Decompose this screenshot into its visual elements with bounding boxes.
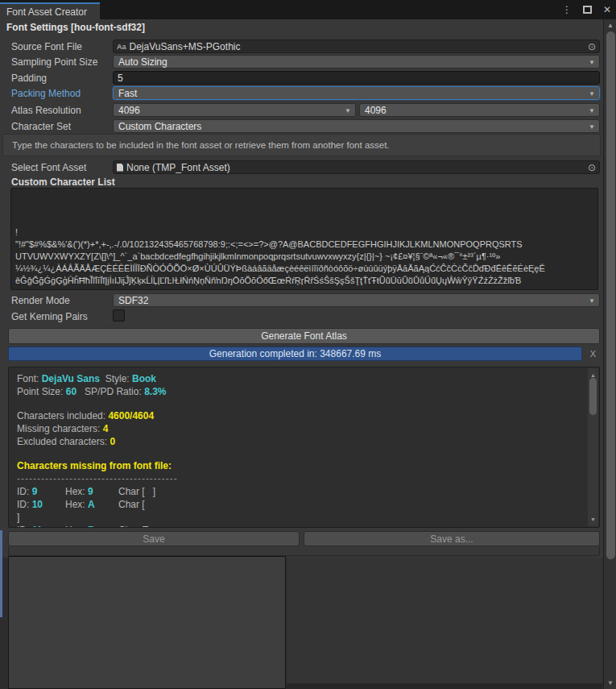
progress-close-button[interactable]: X <box>586 347 600 361</box>
id-value: 10 <box>32 499 43 510</box>
id-label: ID: <box>17 499 29 510</box>
source-font-file-value: DejaVuSans+MS-PGothic <box>130 41 241 52</box>
atlas-preview-panel <box>8 556 286 689</box>
padding-input[interactable]: 5 <box>113 71 600 85</box>
window-controls: ⋮ ✕ <box>562 0 611 19</box>
window-scrollbar[interactable]: ▲ ▼ <box>603 19 616 689</box>
custom-character-list-label: Custom Character List <box>11 176 115 188</box>
id-label: ID: <box>17 486 29 497</box>
style-label: Style: <box>105 373 130 384</box>
source-font-file-label: Source Font File <box>11 41 82 52</box>
chevron-down-icon: ▼ <box>589 123 595 131</box>
font-value: DejaVu Sans <box>42 373 100 384</box>
chevron-down-icon: ▼ <box>589 297 595 305</box>
atlas-width-dropdown[interactable]: 4096 ▼ <box>113 103 356 117</box>
char-label: Char <box>118 499 139 510</box>
close-icon[interactable]: ✕ <box>603 4 611 15</box>
atlas-height-value: 4096 <box>365 105 387 116</box>
style-value: Book <box>132 373 156 384</box>
char-label: Char <box>118 525 139 528</box>
window-scrollbar-thumb[interactable] <box>606 31 615 559</box>
results-scrollbar-thumb[interactable] <box>589 378 597 415</box>
select-font-asset-value: None (TMP_Font Asset) <box>126 162 230 173</box>
id-value: 9 <box>32 486 38 497</box>
help-text: Type the characters to be included in th… <box>12 140 390 150</box>
object-picker-icon[interactable]: ⊙ <box>588 41 596 52</box>
generation-results-panel: Font: DejaVu Sans Style: Book Point Size… <box>8 367 600 528</box>
chevron-down-icon: ▼ <box>589 59 595 66</box>
missing-char-row: ID: 11Hex: BChar Π <box>17 524 580 528</box>
chevron-down-icon: ▼ <box>589 107 595 114</box>
page-title: Font Settings [hou-font-sdf32] <box>6 22 145 33</box>
hex-label: Hex: <box>65 525 85 528</box>
ratio-label: SP/PD Ratio: <box>85 386 142 397</box>
preview-right-panel <box>287 558 602 683</box>
point-size-value: 60 <box>66 386 76 397</box>
chevron-down-icon: ▼ <box>345 107 351 114</box>
character-set-value: Custom Characters <box>118 121 201 132</box>
id-label: ID: <box>17 525 29 528</box>
section-bottom-border <box>8 546 600 556</box>
scroll-up-icon[interactable]: ▲ <box>604 22 616 29</box>
save-as-button-label: Save as... <box>430 533 473 545</box>
generation-progress-bar: Generation completed in: 348667.69 ms <box>8 347 582 361</box>
window-left-edge-highlight <box>0 530 2 617</box>
padding-label: Padding <box>11 73 47 84</box>
divider-line: ---------------------------------------- <box>17 472 580 485</box>
included-label: Characters included: <box>17 410 105 421</box>
char-value: [ <box>142 499 144 510</box>
font-asset-icon <box>117 164 123 172</box>
missing-char-continuation: ] <box>17 511 580 524</box>
excluded-label: Excluded characters: <box>17 436 107 447</box>
point-size-label: Point Size: <box>17 386 63 397</box>
render-mode-dropdown[interactable]: SDF32 ▼ <box>113 293 600 307</box>
atlas-height-dropdown[interactable]: 4096 ▼ <box>359 103 600 117</box>
preview-bottom-edge <box>287 683 602 689</box>
render-mode-label: Render Mode <box>11 295 70 306</box>
scroll-down-icon[interactable]: ▼ <box>588 513 598 526</box>
character-set-dropdown[interactable]: Custom Characters ▼ <box>113 119 600 133</box>
sampling-point-size-dropdown[interactable]: Auto Sizing ▼ <box>113 55 600 68</box>
window-tab-bar: Font Asset Creator ⋮ ✕ <box>0 0 616 19</box>
maximize-icon[interactable] <box>583 6 592 14</box>
results-scrollbar[interactable]: ▲ ▼ <box>588 368 598 526</box>
char-label: Char <box>118 486 139 497</box>
hex-label: Hex: <box>65 499 85 510</box>
source-font-file-field[interactable]: Aa DejaVuSans+MS-PGothic ⊙ <box>113 39 600 53</box>
packing-method-dropdown[interactable]: Fast ▼ <box>113 86 600 100</box>
custom-character-list-textarea[interactable]: ! "!#"$#%$&%'&(')(*)+*,+-,.-/.0/10213243… <box>10 188 598 290</box>
font-label: Font: <box>17 373 39 384</box>
save-button-label: Save <box>143 533 164 545</box>
tab-label: Font Asset Creator <box>6 6 87 18</box>
save-as-button[interactable]: Save as... <box>304 531 600 546</box>
sampling-point-size-value: Auto Sizing <box>118 56 167 68</box>
select-font-asset-label: Select Font Asset <box>11 162 86 173</box>
help-box: Type the characters to be included in th… <box>2 134 601 156</box>
get-kerning-pairs-checkbox[interactable] <box>113 309 125 322</box>
result-font-line: Font: DejaVu Sans Style: Book <box>17 372 580 385</box>
packing-method-value: Fast <box>118 88 137 99</box>
hex-label: Hex: <box>65 486 85 497</box>
result-missing-line: Missing characters: 4 <box>17 422 580 435</box>
missing-label: Missing characters: <box>17 423 100 434</box>
kebab-menu-icon[interactable]: ⋮ <box>562 4 572 15</box>
hex-value: A <box>88 499 95 510</box>
object-picker-icon[interactable]: ⊙ <box>588 162 596 173</box>
id-value: 11 <box>32 525 43 528</box>
padding-value: 5 <box>118 73 123 84</box>
tab-font-asset-creator[interactable]: Font Asset Creator <box>0 2 100 19</box>
select-font-asset-field[interactable]: None (TMP_Font Asset) ⊙ <box>113 160 600 174</box>
save-button[interactable]: Save <box>8 531 300 546</box>
result-included-line: Characters included: 4600/4604 <box>17 409 580 422</box>
scroll-down-icon[interactable]: ▼ <box>604 679 616 687</box>
included-value: 4600/4604 <box>108 410 154 421</box>
missing-value: 4 <box>103 423 109 434</box>
hex-value: B <box>88 525 95 528</box>
render-mode-value: SDF32 <box>118 295 148 306</box>
atlas-resolution-label: Atlas Resolution <box>11 105 81 116</box>
packing-method-label: Packing Method <box>11 88 81 99</box>
sampling-point-size-label: Sampling Point Size <box>11 56 97 68</box>
missing-chars-header: Characters missing from font file: <box>17 459 580 472</box>
generate-font-atlas-button[interactable]: Generate Font Atlas <box>8 328 600 344</box>
char-value: Π <box>142 525 149 528</box>
